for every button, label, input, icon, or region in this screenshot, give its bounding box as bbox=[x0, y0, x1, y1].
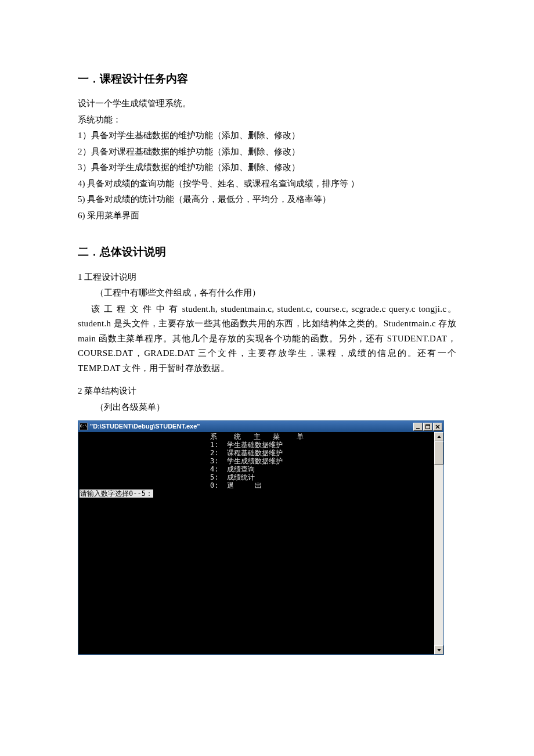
sub1-title: 1 工程设计说明 bbox=[78, 270, 456, 285]
arrow-down-icon bbox=[437, 648, 441, 652]
close-button[interactable] bbox=[433, 423, 442, 431]
sub2-title: 2 菜单结构设计 bbox=[78, 384, 456, 399]
section1-item-4: 4) 具备对成绩的查询功能（按学号、姓名、或课程名查询成绩，排序等 ） bbox=[78, 177, 456, 192]
maximize-icon bbox=[425, 424, 430, 429]
menu-line-1: 1: 学生基础数据维护 bbox=[210, 441, 433, 449]
close-icon bbox=[435, 424, 440, 429]
vertical-scrollbar[interactable] bbox=[434, 432, 443, 654]
arrow-up-icon bbox=[437, 435, 441, 439]
window-buttons bbox=[413, 423, 442, 431]
sub2-note: （列出各级菜单） bbox=[78, 400, 456, 415]
menu-line-2: 2: 课程基础数据维护 bbox=[210, 449, 433, 457]
menu-line-0: 系 统 主 菜 单 bbox=[210, 433, 433, 441]
svg-rect-2 bbox=[426, 424, 430, 426]
section1-item-6: 6) 采用菜单界面 bbox=[78, 208, 456, 224]
section1-item-5: 5) 具备对成绩的统计功能（最高分，最低分，平均分，及格率等） bbox=[78, 192, 456, 207]
menu-line-6: 0: 退 出 bbox=[210, 481, 433, 489]
section1-p1: 设计一个学生成绩管理系统。 bbox=[78, 96, 456, 111]
menu-line-3: 3: 学生成绩数据维护 bbox=[210, 457, 433, 465]
console-prompt: 请输入数字选择0--5： bbox=[80, 489, 153, 498]
scroll-thumb[interactable] bbox=[434, 441, 443, 465]
cmd-icon: C:\ bbox=[80, 423, 88, 430]
section1-item-1: 1）具备对学生基础数据的维护功能（添加、删除、修改） bbox=[78, 128, 456, 143]
section1-p2: 系统功能： bbox=[78, 113, 456, 128]
console-body: 系 统 主 菜 单1: 学生基础数据维护2: 课程基础数据维护3: 学生成绩数据… bbox=[78, 432, 443, 654]
scroll-up-button[interactable] bbox=[434, 432, 443, 441]
sub1-note: （工程中有哪些文件组成，各有什么作用） bbox=[78, 286, 456, 301]
menu-line-5: 5: 成绩统计 bbox=[210, 473, 433, 481]
console-window: C:\ "D:\STUDENT\Debug\STUDENT.exe" 系 统 主… bbox=[78, 420, 444, 655]
titlebar[interactable]: C:\ "D:\STUDENT\Debug\STUDENT.exe" bbox=[78, 421, 443, 432]
sub1-body: 该 工 程 文 件 中 有 student.h, studentmain.c, … bbox=[78, 302, 456, 376]
section1-item-2: 2）具备对课程基础数据的维护功能（添加、删除、修改） bbox=[78, 145, 456, 160]
minimize-button[interactable] bbox=[413, 423, 423, 431]
maximize-button[interactable] bbox=[423, 423, 432, 431]
svg-rect-0 bbox=[416, 428, 420, 429]
section2-heading: 二．总体设计说明 bbox=[78, 243, 456, 261]
menu-line-4: 4: 成绩查询 bbox=[210, 465, 433, 473]
scroll-down-button[interactable] bbox=[434, 645, 443, 654]
console-content[interactable]: 系 统 主 菜 单1: 学生基础数据维护2: 课程基础数据维护3: 学生成绩数据… bbox=[78, 432, 434, 654]
window-title: "D:\STUDENT\Debug\STUDENT.exe" bbox=[90, 421, 413, 432]
minimize-icon bbox=[416, 424, 420, 429]
section1-heading: 一．课程设计任务内容 bbox=[78, 70, 456, 88]
section1-item-3: 3）具备对学生成绩数据的维护功能（添加、删除、修改） bbox=[78, 160, 456, 175]
scroll-track[interactable] bbox=[434, 441, 443, 645]
